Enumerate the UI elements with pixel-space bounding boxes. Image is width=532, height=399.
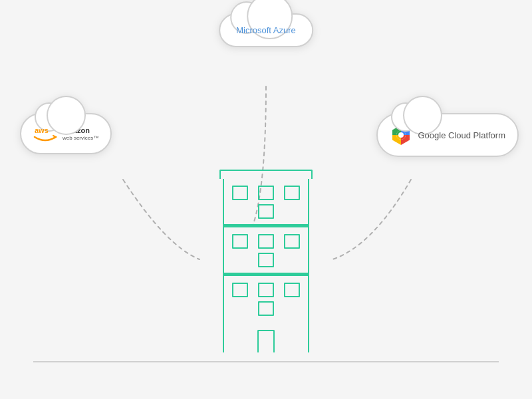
main-scene: Microsoft Azure aws amazon web services™ <box>0 0 532 399</box>
window <box>258 186 274 200</box>
azure-cloud-shape: Microsoft Azure <box>219 13 313 47</box>
aws-cloud: aws amazon web services™ <box>20 113 112 154</box>
aws-icon: aws <box>33 124 57 144</box>
ground-line <box>33 361 499 362</box>
gcp-cloud-shape: Google Cloud Platform <box>376 113 519 157</box>
aws-logo-svg: aws <box>33 124 57 144</box>
building-floor-2 <box>223 227 309 274</box>
svg-point-3 <box>398 132 404 138</box>
window <box>284 234 300 249</box>
window <box>258 234 274 249</box>
svg-text:aws: aws <box>35 126 49 134</box>
aws-main-label: amazon <box>63 126 90 135</box>
gcp-label: Google Cloud Platform <box>418 130 505 140</box>
window <box>258 253 274 267</box>
building-door <box>257 330 275 352</box>
azure-cloud: Microsoft Azure <box>219 13 313 47</box>
building-floor-3 <box>223 276 309 323</box>
window <box>284 186 300 200</box>
gcp-cloud: Google Cloud Platform <box>376 113 519 157</box>
building-container <box>223 170 309 352</box>
window <box>284 283 300 297</box>
aws-sub-label: web services™ <box>63 135 98 142</box>
window <box>232 234 248 249</box>
window <box>258 283 274 297</box>
window <box>232 283 248 297</box>
building-base <box>223 323 309 352</box>
building-floor-1 <box>223 179 309 225</box>
azure-label: Microsoft Azure <box>236 25 296 35</box>
building <box>223 170 309 352</box>
aws-text-block: amazon web services™ <box>63 126 98 142</box>
window <box>258 301 274 316</box>
window <box>258 204 274 219</box>
aws-cloud-shape: aws amazon web services™ <box>20 113 112 154</box>
window <box>232 186 248 200</box>
gcp-logo-svg <box>390 124 412 146</box>
building-roof <box>219 170 313 179</box>
